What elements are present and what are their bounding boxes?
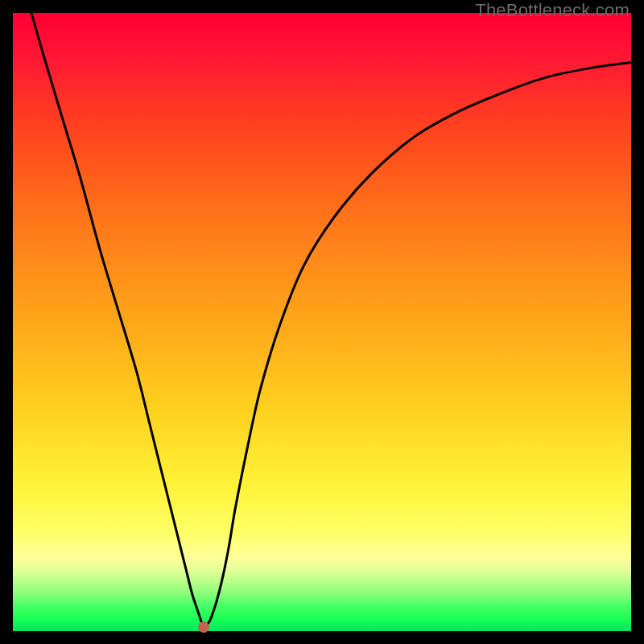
chart-frame: TheBottleneck.com bbox=[0, 0, 644, 644]
bottleneck-curve bbox=[13, 13, 631, 631]
watermark-text: TheBottleneck.com bbox=[475, 0, 630, 21]
optimal-point-marker bbox=[198, 621, 209, 633]
